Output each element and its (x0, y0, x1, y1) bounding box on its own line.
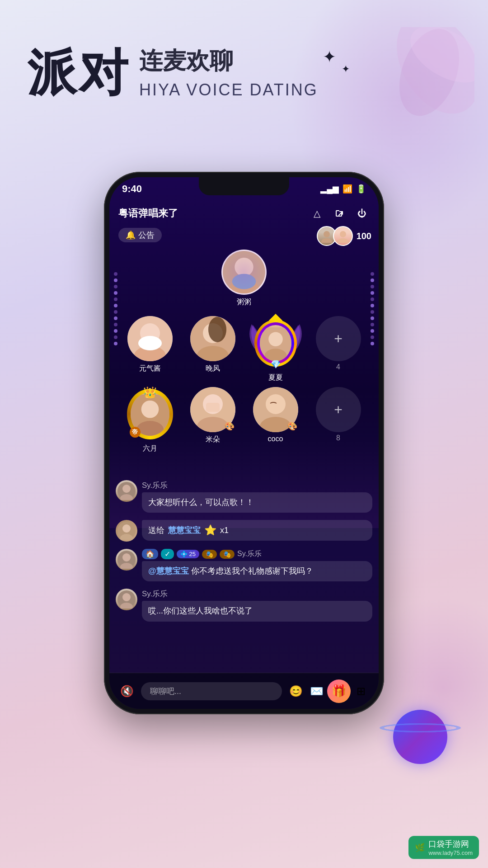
chat-badges: 🏠 ✓ 💠 25 🎭 🎭 Sy.乐乐 (142, 549, 372, 559)
speaker-slot-xiaxia: 💎 夏夏 (249, 316, 303, 382)
chat-avatar-3 (116, 549, 137, 571)
badge-num: 💠 25 (177, 550, 199, 558)
watermark: 🌿 口袋手游网 www.lady75.com (408, 836, 479, 859)
chat-bubble-4: 哎...你们这些人我啥也不说了 (142, 601, 372, 621)
svg-rect-7 (223, 251, 265, 293)
sparkle-icon-1: ✦ (323, 47, 336, 66)
grid-button[interactable]: ⊞ (351, 681, 371, 702)
chat-avatar-4 (116, 589, 137, 610)
gift-button[interactable]: 🎁 (327, 679, 351, 703)
speaker-slot-miduo: 🎨 米朵 (186, 387, 240, 444)
planet-decoration (389, 696, 461, 769)
chat-message-3: 🏠 ✓ 💠 25 🎭 🎭 Sy.乐乐 @慧慧宝宝 你不考虑送我个礼物感谢下我吗？ (116, 549, 372, 581)
top-user-avatar-2 (333, 226, 353, 246)
svg-rect-29 (206, 403, 220, 412)
svg-point-24 (141, 401, 159, 418)
phone-screen: 9:40 ▂▄▆ 📶 🔋 粤语弹唱来了 △ (109, 177, 379, 709)
chat-content-4: Sy.乐乐 哎...你们这些人我啥也不说了 (142, 589, 372, 621)
watermark-title: 口袋手游网 (428, 839, 473, 849)
add-slot-2[interactable]: + 8 (311, 387, 366, 442)
speaker-name-wanfeng: 晚风 (206, 364, 220, 373)
user-count: 100 (357, 231, 371, 241)
svg-point-3 (324, 231, 330, 237)
status-time: 9:40 (122, 183, 142, 195)
add-slot-1[interactable]: + 4 (311, 316, 366, 371)
svg-point-8 (235, 258, 253, 276)
svg-point-10 (232, 274, 256, 289)
battery-icon: 🔋 (356, 184, 366, 194)
chat-input[interactable]: 聊聊吧... (141, 682, 282, 700)
speaker-avatar-wanfeng (190, 316, 235, 361)
warning-icon[interactable]: △ (309, 206, 324, 221)
share-icon[interactable] (332, 206, 347, 221)
speaker-name-miduo: 米朵 (206, 435, 220, 444)
sub-title: 连麦欢聊 (139, 45, 318, 77)
watermark-icon: 🌿 (415, 843, 425, 853)
svg-point-37 (122, 524, 131, 533)
badge-role1: 🎭 (202, 550, 217, 559)
svg-point-9 (229, 279, 259, 295)
signal-icon: ▂▄▆ (320, 184, 339, 194)
add-icon-1: + (334, 330, 343, 347)
add-slot-button-1[interactable]: + (316, 316, 361, 361)
bell-icon: 🔔 (126, 230, 136, 240)
phone-outer-frame: 9:40 ▂▄▆ 📶 🔋 粤语弹唱来了 △ (104, 172, 384, 714)
badge-check: ✓ (161, 549, 174, 559)
chat-avatar-1 (116, 480, 137, 502)
gift-icon: ⭐ (204, 524, 216, 536)
speaker-slot-coco: 🎨 coco (249, 387, 303, 443)
gift-count: x1 (220, 526, 229, 535)
speakers-row-1: 元气酱 (114, 316, 374, 382)
speaker-name-yuanqi: 元气酱 (139, 364, 161, 373)
add-slot-num-2: 8 (336, 434, 340, 442)
chat-message-1: Sy.乐乐 大家想听什么，可以点歌！！ (116, 480, 372, 513)
announcement-badge: 🔔 公告 (118, 228, 162, 242)
host-name: 粥粥 (237, 297, 251, 307)
bottom-bar: 🔇 聊聊吧... 😊 ✉️ 🎁 ⊞ (109, 673, 379, 709)
room-title: 粤语弹唱来了 (118, 207, 178, 220)
chat-avatar-2 (116, 520, 137, 542)
wifi-icon: 📶 (343, 184, 352, 194)
phone-inner-frame: 9:40 ▂▄▆ 📶 🔋 粤语弹唱来了 △ (109, 177, 379, 709)
room-topbar: 粤语弹唱来了 △ ⏻ (109, 201, 379, 226)
chat-content-2: 送给 慧慧宝宝 ⭐ x1 (142, 520, 372, 541)
status-icons: ▂▄▆ 📶 🔋 (320, 184, 366, 194)
chat-message-4: Sy.乐乐 哎...你们这些人我啥也不说了 (116, 589, 372, 621)
announcement-bar: 🔔 公告 (118, 228, 162, 242)
speaker-slot-wanfeng: 晚风 (186, 316, 240, 373)
host-avatar (221, 250, 267, 295)
mail-button[interactable]: ✉️ (306, 681, 327, 702)
svg-point-34 (122, 485, 131, 493)
gift-recipient: 慧慧宝宝 (168, 525, 201, 536)
emoji-button[interactable]: 😊 (286, 681, 306, 702)
chat-content-1: Sy.乐乐 大家想听什么，可以点歌！！ (142, 480, 372, 513)
add-slot-button-2[interactable]: + (316, 387, 361, 432)
speaker-slot-liuyue: 👑 帝 六月 (123, 387, 177, 453)
chat-area: Sy.乐乐 大家想听什么，可以点歌！！ (109, 476, 379, 673)
top-users-area: 100 (320, 226, 371, 246)
watermark-url: www.lady75.com (428, 849, 473, 856)
chat-bubble-1: 大家想听什么，可以点歌！！ (142, 492, 372, 513)
announcement-label: 公告 (138, 230, 155, 241)
svg-point-18 (208, 317, 226, 342)
mute-button[interactable]: 🔇 (117, 681, 137, 702)
phone-notch (199, 177, 289, 195)
speaker-name-xiaxia: 夏夏 (268, 373, 283, 382)
speakers-area: 粥粥 (109, 250, 379, 458)
chat-username-4: Sy.乐乐 (142, 589, 372, 599)
chat-username-1: Sy.乐乐 (142, 480, 372, 491)
chat-content-3: 🏠 ✓ 💠 25 🎭 🎭 Sy.乐乐 @慧慧宝宝 你不考虑送我个礼物感谢下我吗？ (142, 549, 372, 581)
svg-point-21 (268, 332, 283, 347)
badge-role2: 🎭 (220, 550, 235, 559)
gift-text: 送给 (148, 525, 164, 536)
badge-home: 🏠 (142, 549, 158, 559)
room-actions[interactable]: △ ⏻ (309, 206, 370, 221)
badge-username: Sy.乐乐 (237, 549, 262, 559)
power-icon[interactable]: ⏻ (354, 206, 370, 221)
en-title: HIYA VOICE DATING (139, 80, 318, 99)
main-title: 派对 (27, 45, 130, 100)
chat-gift-bubble: 送给 慧慧宝宝 ⭐ x1 (142, 520, 372, 541)
speaker-name-coco: coco (268, 435, 283, 443)
svg-point-43 (122, 593, 131, 601)
chat-message-2: 送给 慧慧宝宝 ⭐ x1 (116, 520, 372, 542)
